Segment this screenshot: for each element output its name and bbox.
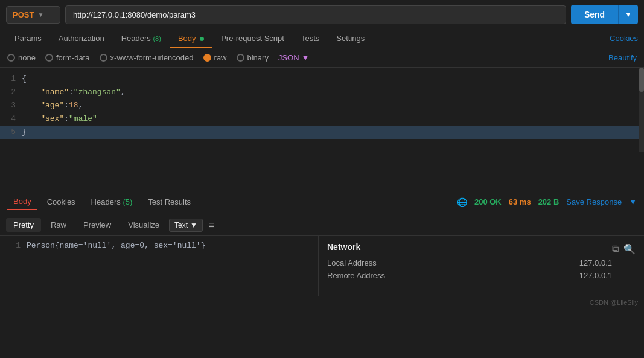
code-editor[interactable]: 1 { 2 "name":"zhangsan", 3 "age":18, 4 "…: [0, 68, 644, 152]
resp-line-num: 1: [8, 241, 27, 250]
headers-badge: (8): [153, 35, 161, 42]
code-line-5: 5 }: [0, 126, 644, 139]
option-none[interactable]: none: [7, 53, 36, 62]
tab-pre-request[interactable]: Pre-request Script: [212, 29, 293, 48]
local-address-value: 127.0.0.1: [579, 258, 612, 267]
response-body-area: 1 Person{name='null', age=0, sex='null'}: [0, 236, 318, 296]
json-chevron-icon: ▼: [302, 53, 310, 62]
send-button[interactable]: Send: [571, 5, 618, 24]
beautify-button[interactable]: Beautify: [608, 53, 637, 62]
form-data-radio[interactable]: [45, 54, 53, 62]
bottom-split: 1 Person{name='null', age=0, sex='null'}…: [0, 236, 644, 296]
response-size: 202 B: [538, 197, 560, 206]
resp-tab-test-results[interactable]: Test Results: [142, 194, 197, 209]
send-arrow-button[interactable]: ▼: [618, 5, 638, 24]
code-line-4: 4 "sex":"male": [0, 112, 644, 126]
cookies-button[interactable]: Cookies: [610, 34, 638, 43]
save-response-button[interactable]: Save Response: [566, 197, 622, 206]
fmt-tab-preview[interactable]: Preview: [76, 218, 118, 232]
tab-settings[interactable]: Settings: [328, 29, 373, 48]
tab-params[interactable]: Params: [6, 29, 50, 48]
nav-tabs: Params Authorization Headers (8) Body Pr…: [0, 29, 644, 48]
body-options: none form-data x-www-form-urlencoded raw…: [0, 48, 644, 68]
method-label: POST: [13, 10, 34, 19]
wrap-lines-icon[interactable]: ≡: [209, 220, 214, 231]
urlencoded-radio[interactable]: [100, 54, 107, 62]
resp-tab-body[interactable]: Body: [7, 194, 37, 210]
response-body-text: Person{name='null', age=0, sex='null'}: [27, 241, 205, 250]
response-header: Body Cookies Headers (5) Test Results 🌐 …: [0, 190, 644, 214]
search-icon[interactable]: 🔍: [623, 243, 636, 255]
response-line-1: 1 Person{name='null', age=0, sex='null'}: [8, 241, 310, 250]
raw-radio[interactable]: [203, 54, 211, 62]
binary-radio[interactable]: [237, 54, 244, 62]
save-response-chevron[interactable]: ▼: [629, 197, 637, 206]
local-address-label: Local Address: [327, 258, 377, 267]
response-time: 63 ms: [509, 197, 531, 206]
fmt-tab-visualize[interactable]: Visualize: [121, 218, 167, 232]
status-code: 200 OK: [474, 197, 502, 206]
option-urlencoded[interactable]: x-www-form-urlencoded: [100, 53, 194, 62]
response-format-bar: Pretty Raw Preview Visualize Text ▼ ≡: [0, 214, 644, 236]
tab-headers[interactable]: Headers (8): [113, 29, 170, 48]
send-button-group: Send ▼: [571, 5, 638, 24]
format-chevron-icon: ▼: [190, 221, 197, 229]
code-line-1: 1 {: [0, 72, 644, 86]
remote-address-value: 127.0.0.1: [579, 271, 612, 280]
watermark: CSDN @LileSily: [0, 296, 644, 307]
network-action-icons: ⧉ 🔍: [612, 242, 636, 255]
url-input[interactable]: [65, 5, 566, 24]
option-raw[interactable]: raw: [203, 53, 227, 62]
scroll-thumb[interactable]: [639, 68, 644, 92]
status-info: 🌐 200 OK 63 ms 202 B Save Response ▼: [457, 197, 637, 207]
code-line-2: 2 "name":"zhangsan",: [0, 86, 644, 99]
resp-tab-headers[interactable]: Headers (5): [85, 194, 139, 209]
format-select[interactable]: Text ▼: [169, 219, 203, 232]
network-panel-title: Network: [327, 242, 612, 252]
tab-tests[interactable]: Tests: [293, 29, 328, 48]
top-bar: POST ▼ Send ▼: [0, 0, 644, 29]
local-address-row: Local Address 127.0.0.1: [327, 257, 612, 269]
copy-icon[interactable]: ⧉: [612, 243, 619, 255]
resp-tab-cookies[interactable]: Cookies: [41, 194, 81, 209]
method-select[interactable]: POST ▼: [6, 6, 60, 24]
json-select[interactable]: JSON ▼: [278, 53, 310, 62]
network-panel: Network Local Address 127.0.0.1 Remote A…: [318, 236, 644, 296]
fmt-tab-raw[interactable]: Raw: [43, 218, 74, 232]
option-binary[interactable]: binary: [237, 53, 269, 62]
option-form-data[interactable]: form-data: [45, 53, 90, 62]
editor-empty-area: [0, 152, 644, 190]
remote-address-label: Remote Address: [327, 271, 385, 280]
fmt-tab-pretty[interactable]: Pretty: [6, 218, 41, 232]
none-radio[interactable]: [7, 54, 15, 62]
tab-authorization[interactable]: Authorization: [50, 29, 113, 48]
body-dot: [200, 37, 204, 41]
remote-address-row: Remote Address 127.0.0.1: [327, 269, 612, 282]
tab-body[interactable]: Body: [170, 29, 212, 48]
method-chevron-icon: ▼: [37, 11, 43, 18]
globe-icon: 🌐: [457, 197, 467, 207]
vertical-scrollbar[interactable]: [639, 68, 644, 152]
code-line-3: 3 "age":18,: [0, 99, 644, 112]
